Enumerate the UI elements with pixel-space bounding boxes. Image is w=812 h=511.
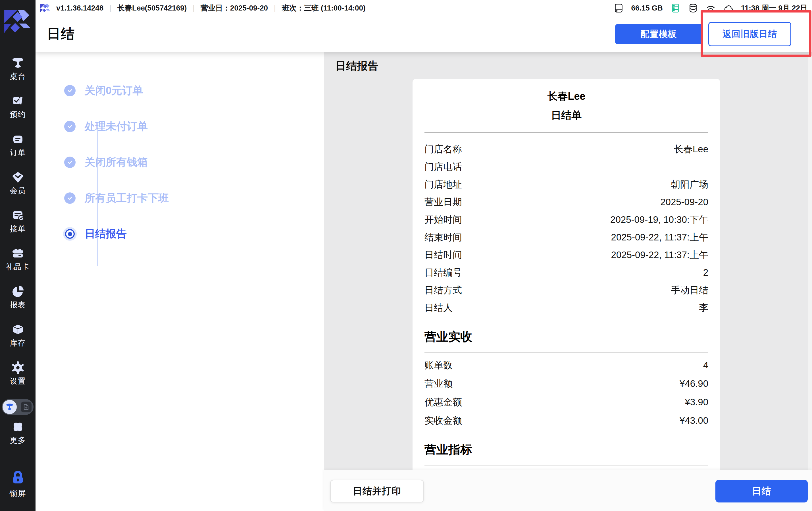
section-divider (425, 352, 708, 353)
orders-icon (11, 133, 25, 146)
report-row: 实收金额¥43.00 (425, 415, 708, 426)
sidebar-item-label: 桌台 (10, 71, 26, 82)
row-label: 门店名称 (425, 144, 462, 155)
reservation-icon (11, 94, 25, 108)
sidebar-item-reports[interactable]: 报表 (0, 285, 35, 323)
row-label: 日结人 (425, 302, 453, 313)
row-value: ¥46.90 (679, 378, 708, 389)
settle-button[interactable]: 日结 (716, 480, 808, 503)
sidebar-item-member[interactable]: 会员 (0, 171, 35, 208)
settlement-report-card: 长春Lee 日结单 门店名称长春Lee 门店电话 门店地址朝阳广场 营业日期20… (412, 79, 720, 471)
row-value: 2025-09-20 (660, 196, 708, 208)
row-value: 2025-09-19, 10:30:下午 (610, 214, 708, 225)
row-label: 结束时间 (425, 232, 462, 243)
step-handle-unpaid-orders[interactable]: 处理未付订单 (63, 120, 169, 133)
row-label: 开始时间 (425, 214, 462, 225)
row-label: 营业额 (425, 378, 453, 389)
sidebar-item-label: 报表 (10, 300, 26, 310)
row-value: ¥3.90 (685, 396, 708, 408)
scrollbar[interactable] (808, 52, 812, 471)
step-check-icon (63, 191, 77, 205)
report-heading: 日结报告 (335, 59, 378, 73)
row-value: 2025-09-22, 11:37:上午 (611, 249, 708, 261)
sidebar: 桌台 预约 订单 会员 接单 (0, 0, 35, 511)
configure-template-button[interactable]: 配置模板 (615, 24, 702, 44)
row-value: 手动日结 (671, 284, 708, 296)
step-check-icon (63, 155, 77, 169)
report-row: 优惠金额¥3.90 (425, 396, 708, 408)
row-value: 长春Lee (674, 144, 708, 155)
sidebar-item-accept-order[interactable]: 接单 (0, 208, 35, 247)
store-name: 长春Lee(505742169) (117, 3, 187, 13)
step-check-icon (63, 120, 77, 133)
inventory-icon (11, 323, 25, 337)
sidebar-item-label: 接单 (10, 224, 26, 234)
row-value: 2025-09-22, 11:37:上午 (611, 232, 708, 243)
settle-and-print-button[interactable]: 日结并打印 (330, 480, 424, 503)
sidebar-item-label: 会员 (10, 186, 26, 196)
row-value: 朝阳广场 (671, 179, 708, 190)
row-label: 账单数 (425, 360, 453, 371)
report-row: 门店地址朝阳广场 (425, 179, 708, 190)
step-settlement-report[interactable]: 日结报告 (63, 227, 169, 240)
sidebar-item-orders[interactable]: 订单 (0, 133, 35, 171)
storage-size: 66.15 GB (631, 4, 663, 12)
row-label: 门店地址 (425, 179, 462, 190)
step-check-icon (63, 84, 77, 97)
sidebar-item-lock-screen[interactable]: 锁屏 (0, 470, 35, 508)
report-row: 日结人李 (425, 302, 708, 313)
section-title: 营业指标 (425, 442, 708, 458)
step-close-zero-orders[interactable]: 关闭0元订单 (63, 84, 169, 97)
row-value: 李 (699, 302, 708, 313)
sidebar-item-more[interactable]: 更多 (0, 420, 35, 458)
row-label: 营业日期 (425, 196, 462, 208)
sidebar-item-inventory[interactable]: 库存 (0, 323, 35, 361)
shift-info: 班次：三班 (11:00-14:00) (282, 3, 366, 13)
page-header: 日结 配置模板 返回旧版日结 (35, 16, 812, 52)
step-clock-out-employees[interactable]: 所有员工打卡下班 (63, 192, 169, 205)
section-business-receipts: 营业实收 账单数4 营业额¥46.90 优惠金额¥3.90 实收金额¥43.00 (425, 329, 708, 426)
app-version: v1.1.36.14248 (56, 4, 104, 12)
app-logo (4, 10, 32, 34)
bottom-action-bar: 日结并打印 日结 (324, 471, 812, 511)
sidebar-item-reservation[interactable]: 预约 (0, 94, 35, 133)
wifi-icon[interactable] (706, 3, 716, 13)
step-label: 日结报告 (85, 227, 127, 241)
clock-date: 11:38 周一 9月 22日 (741, 3, 808, 13)
report-row: 日结方式手动日结 (425, 284, 708, 296)
steps-list: 关闭0元订单 处理未付订单 关闭所有钱箱 所有员工打卡下班 日结报告 (63, 84, 169, 263)
sidebar-item-label: 订单 (10, 147, 26, 158)
row-value: 4 (703, 360, 708, 371)
step-close-cash-drawers[interactable]: 关闭所有钱箱 (63, 156, 169, 169)
settlement-steps-panel: 关闭0元订单 处理未付订单 关闭所有钱箱 所有员工打卡下班 日结报告 (35, 52, 324, 511)
report-row: 账单数4 (425, 360, 708, 371)
report-store-name: 长春Lee (425, 89, 708, 104)
sidebar-item-tables[interactable]: 桌台 (0, 56, 35, 94)
cloud-icon[interactable] (723, 3, 733, 13)
page-title: 日结 (47, 25, 75, 43)
member-icon (11, 171, 25, 184)
status-bar: v1.1.36.14248 | 长春Lee(505742169) | 营业日：2… (35, 0, 812, 16)
table-mode-toggle[interactable] (2, 399, 33, 415)
drive-icon[interactable] (614, 3, 624, 13)
step-label: 所有员工打卡下班 (85, 191, 169, 205)
step-label: 处理未付订单 (85, 119, 148, 134)
sidebar-item-label: 礼品卡 (6, 262, 30, 272)
sidebar-item-label: 库存 (10, 338, 26, 348)
report-row: 开始时间2025-09-19, 10:30:下午 (425, 214, 708, 225)
report-row: 门店名称长春Lee (425, 144, 708, 155)
accept-order-icon (11, 208, 25, 222)
more-icon (11, 420, 25, 434)
quick-order-mode (21, 402, 32, 413)
sidebar-item-settings[interactable]: 设置 (0, 361, 35, 399)
lock-icon (10, 470, 26, 485)
rack-icon[interactable] (670, 3, 680, 13)
report-row: 门店电话 (425, 161, 708, 172)
database-icon[interactable] (688, 3, 698, 13)
top-area: v1.1.36.14248 | 长春Lee(505742169) | 营业日：2… (35, 0, 812, 52)
back-to-old-version-button[interactable]: 返回旧版日结 (708, 22, 791, 46)
sidebar-item-gift-card[interactable]: 礼品卡 (0, 247, 35, 285)
report-row: 营业额¥46.90 (425, 378, 708, 389)
sidebar-item-label: 锁屏 (10, 488, 26, 499)
gift-card-icon (11, 247, 25, 260)
